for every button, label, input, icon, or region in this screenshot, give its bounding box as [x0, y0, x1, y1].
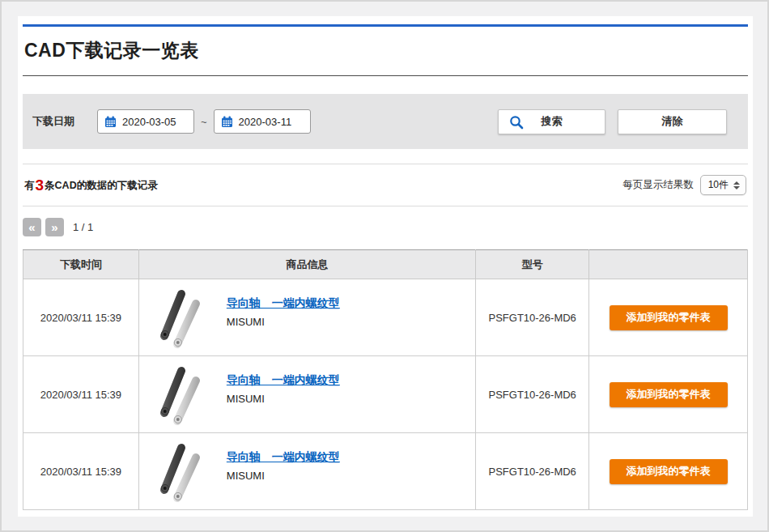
page-title: CAD下载记录一览表	[24, 38, 748, 63]
table-row: 2020/03/11 15:39 导向轴 一端内螺纹型 MISUMI PSFGT…	[23, 356, 748, 433]
download-time: 2020/03/11 15:39	[23, 356, 139, 433]
page-background: { "page": { "title": "CAD下载记录一览表" }, "co…	[0, 0, 769, 532]
model-number: PSFGT10-26-MD6	[476, 433, 589, 510]
add-to-parts-list-button[interactable]: 添加到我的零件表	[610, 305, 728, 330]
model-number: PSFGT10-26-MD6	[476, 356, 589, 433]
prev-page-button[interactable]: «	[23, 218, 41, 236]
clear-button-label: 清除	[662, 115, 683, 127]
product-image	[151, 285, 209, 350]
per-page-label: 每页显示结果数	[622, 178, 694, 192]
results-summary: 有3条CAD的数据的下载记录	[24, 177, 158, 193]
table-row: 2020/03/11 15:39 导向轴 一端内螺纹型 MISUMI PSFGT…	[23, 279, 748, 356]
header-model: 型号	[476, 250, 589, 279]
content-card: CAD下载记录一览表 下载日期 2020-03-05 ~ 2020-03-11 …	[18, 16, 753, 517]
calendar-icon	[221, 116, 233, 128]
search-button-label: 搜索	[542, 115, 563, 127]
product-info-cell: 导向轴 一端内螺纹型 MISUMI	[139, 439, 475, 504]
pagination: « » 1 / 1	[23, 218, 748, 236]
product-text-block: 导向轴 一端内螺纹型 MISUMI	[227, 362, 340, 405]
product-link[interactable]: 导向轴 一端内螺纹型	[227, 296, 340, 309]
accent-bar	[23, 24, 748, 27]
model-number: PSFGT10-26-MD6	[476, 279, 589, 356]
table-header-row: 下载时间 商品信息 型号	[23, 250, 748, 279]
download-records-table: 下载时间 商品信息 型号 2020/03/11 15:39 导向轴 一端内螺纹型…	[23, 249, 748, 510]
up-down-arrows-icon	[733, 181, 740, 189]
title-divider	[23, 75, 748, 76]
header-download-time: 下载时间	[23, 250, 139, 279]
product-image	[151, 439, 209, 504]
header-action	[589, 250, 748, 279]
product-text-block: 导向轴 一端内螺纹型 MISUMI	[227, 285, 340, 328]
results-count: 3	[35, 177, 45, 194]
per-page-value: 10件	[708, 178, 729, 192]
table-row: 2020/03/11 15:39 导向轴 一端内螺纹型 MISUMI PSFGT…	[23, 433, 748, 510]
product-info-cell: 导向轴 一端内螺纹型 MISUMI	[139, 362, 475, 427]
page-indicator: 1 / 1	[73, 221, 93, 233]
date-from-value: 2020-03-05	[122, 116, 176, 128]
results-suffix: 条CAD的数据的下载记录	[45, 180, 158, 191]
product-link[interactable]: 导向轴 一端内螺纹型	[227, 373, 340, 386]
date-range-separator: ~	[201, 116, 207, 128]
search-button[interactable]: 搜索	[498, 109, 605, 134]
product-info-cell: 导向轴 一端内螺纹型 MISUMI	[139, 285, 475, 350]
date-from-input[interactable]: 2020-03-05	[97, 109, 194, 134]
results-summary-row: 有3条CAD的数据的下载记录 每页显示结果数 10件	[23, 164, 748, 206]
product-link[interactable]: 导向轴 一端内螺纹型	[227, 450, 340, 463]
filter-bar: 下载日期 2020-03-05 ~ 2020-03-11 搜索 清除	[23, 94, 748, 149]
add-to-parts-list-button[interactable]: 添加到我的零件表	[610, 382, 728, 407]
calendar-icon	[104, 116, 117, 128]
date-to-input[interactable]: 2020-03-11	[214, 109, 311, 134]
brand-name: MISUMI	[227, 393, 340, 405]
brand-name: MISUMI	[227, 470, 340, 482]
per-page-select[interactable]: 10件	[700, 175, 746, 195]
search-icon	[509, 115, 524, 130]
results-prefix: 有	[24, 180, 35, 191]
next-page-button[interactable]: »	[45, 218, 64, 236]
date-to-value: 2020-03-11	[239, 116, 292, 128]
header-product-info: 商品信息	[138, 250, 475, 279]
clear-button[interactable]: 清除	[618, 109, 727, 134]
download-time: 2020/03/11 15:39	[23, 279, 139, 356]
date-range-label: 下载日期	[32, 114, 74, 129]
brand-name: MISUMI	[227, 316, 340, 328]
product-image	[151, 362, 209, 427]
product-text-block: 导向轴 一端内螺纹型 MISUMI	[227, 439, 340, 482]
download-time: 2020/03/11 15:39	[23, 433, 139, 510]
add-to-parts-list-button[interactable]: 添加到我的零件表	[610, 459, 728, 484]
